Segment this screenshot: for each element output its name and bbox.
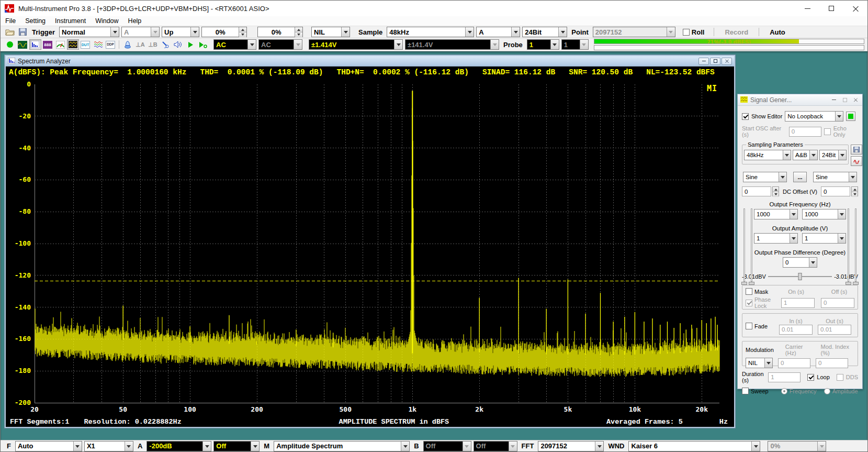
range-a-display-select[interactable]: -200dB: [146, 441, 211, 451]
bit-depth-select[interactable]: 24Bit: [522, 27, 567, 37]
sampling-rate-select[interactable]: 48kHz: [387, 27, 474, 37]
spectrum-plot[interactable]: 0-20-40-60-80-100-120-140-160-180-200205…: [6, 78, 734, 416]
maximize-button[interactable]: [819, 1, 843, 16]
minimize-button[interactable]: [830, 96, 838, 103]
amplitude-a-select[interactable]: 1: [754, 233, 798, 244]
more-waveforms-button[interactable]: ...: [793, 172, 807, 182]
frequency-axis-select[interactable]: Auto: [15, 441, 82, 451]
roll-checkbox[interactable]: Roll: [683, 28, 705, 36]
chevron-down-icon[interactable]: [394, 40, 402, 49]
derived-data-icon[interactable]: [92, 39, 104, 50]
menu-window[interactable]: Window: [91, 16, 123, 26]
sweep-checkbox[interactable]: [742, 388, 749, 394]
chevron-down-icon[interactable]: [809, 258, 817, 267]
chevron-down-icon[interactable]: [849, 172, 856, 182]
trigger-coupling-select[interactable]: NIL: [311, 27, 350, 37]
trigger-edge-select[interactable]: Up: [162, 27, 199, 37]
trigger-level-input[interactable]: 0%: [201, 27, 247, 37]
menu-setting[interactable]: Setting: [20, 16, 50, 26]
chevron-down-icon[interactable]: [838, 234, 846, 243]
chevron-down-icon[interactable]: [202, 442, 211, 451]
chevron-down-icon[interactable]: [558, 27, 567, 37]
chevron-down-icon[interactable]: [251, 442, 259, 451]
chevron-down-icon[interactable]: [125, 442, 133, 451]
chevron-down-icon[interactable]: [190, 27, 199, 37]
phase-slider[interactable]: [768, 273, 832, 280]
chevron-down-icon[interactable]: [595, 442, 603, 451]
open-file-icon[interactable]: [4, 27, 16, 37]
chevron-down-icon[interactable]: [790, 234, 797, 243]
chevron-down-icon[interactable]: [764, 358, 772, 368]
multimeter-icon[interactable]: 888: [42, 39, 54, 50]
modulation-type-select[interactable]: NIL: [746, 358, 773, 368]
maximize-button[interactable]: [841, 96, 849, 103]
output-on-button[interactable]: [846, 112, 855, 121]
fade-checkbox[interactable]: [746, 323, 752, 329]
reference-a-select[interactable]: Off: [213, 441, 260, 451]
spectrum-analyzer-icon[interactable]: [29, 39, 41, 50]
close-button[interactable]: [722, 58, 732, 65]
play-icon[interactable]: [185, 39, 197, 50]
calibration-icon[interactable]: [122, 39, 134, 50]
record-button[interactable]: Record: [716, 27, 757, 37]
trigger-delay-input[interactable]: 0%: [257, 27, 303, 37]
save-waveform-button[interactable]: [851, 145, 862, 155]
trigger-mode-select[interactable]: Normal: [59, 27, 119, 37]
chevron-down-icon[interactable]: [73, 442, 82, 451]
oscilloscope-icon[interactable]: [17, 39, 29, 50]
chevron-down-icon[interactable]: [401, 442, 409, 451]
menu-help[interactable]: Help: [123, 16, 146, 26]
chevron-down-icon[interactable]: [779, 172, 786, 182]
save-file-icon[interactable]: [17, 27, 29, 37]
amplitude-slider-b-coarse[interactable]: [855, 208, 856, 282]
signal-generator-titlebar[interactable]: Signal Gener...: [738, 94, 862, 106]
frequency-b-select[interactable]: 1000: [802, 209, 846, 219]
loopback-select[interactable]: No Loopback: [785, 111, 843, 122]
chevron-down-icon[interactable]: [247, 40, 256, 49]
chevron-down-icon[interactable]: [550, 40, 559, 49]
probe-pick-icon[interactable]: [160, 39, 172, 50]
ddp-viewer-icon[interactable]: DDP: [105, 39, 117, 50]
chevron-down-icon[interactable]: [790, 210, 797, 219]
menu-file[interactable]: File: [1, 16, 20, 26]
spinner-buttons[interactable]: [851, 186, 858, 196]
probe-a-select[interactable]: 1: [527, 39, 559, 50]
mask-checkbox[interactable]: [746, 288, 752, 295]
waveform-b-select[interactable]: Sine: [813, 172, 857, 182]
dc-offset-a-input[interactable]: 0: [742, 186, 771, 196]
zoom-select[interactable]: X1: [84, 441, 133, 451]
minimize-button[interactable]: [795, 1, 819, 16]
spectrum-titlebar[interactable]: Spectrum Analyzer: [6, 56, 734, 67]
siggen-channels-select[interactable]: A&B: [793, 150, 818, 160]
sampling-channel-select[interactable]: A: [476, 27, 520, 37]
amplitude-b-select[interactable]: 1: [802, 233, 846, 244]
chevron-down-icon[interactable]: [110, 27, 119, 37]
slider-thumb[interactable]: [798, 273, 802, 280]
minimize-button[interactable]: [698, 58, 709, 65]
window-function-select[interactable]: Kaiser 6: [628, 441, 760, 451]
spectrum-plot-area[interactable]: 0-20-40-60-80-100-120-140-160-180-200205…: [6, 78, 734, 416]
signal-generator-icon[interactable]: [67, 39, 79, 50]
chevron-down-icon[interactable]: [511, 27, 520, 37]
spinner-buttons[interactable]: [772, 186, 779, 196]
amplitude-slider-a-coarse[interactable]: [743, 208, 745, 282]
data-logger-icon[interactable]: [54, 39, 66, 50]
frequency-a-select[interactable]: 1000: [754, 209, 798, 219]
loop-checkbox[interactable]: [807, 374, 814, 381]
play-loop-icon[interactable]: [197, 39, 209, 50]
show-editor-checkbox[interactable]: [742, 113, 749, 120]
waveform-a-select[interactable]: Sine: [743, 172, 787, 182]
range-a-select[interactable]: ±1.414V: [309, 39, 403, 50]
spectrum-mode-select[interactable]: Amplitude Spectrum: [274, 441, 410, 451]
chevron-down-icon[interactable]: [838, 210, 846, 219]
trigger-source-select[interactable]: A: [121, 27, 160, 37]
close-button[interactable]: [843, 1, 867, 16]
siggen-bits-select[interactable]: 24Bit: [819, 150, 847, 160]
chevron-down-icon[interactable]: [783, 150, 791, 160]
chevron-down-icon[interactable]: [465, 27, 474, 37]
waveform-library-button[interactable]: [851, 156, 862, 166]
menu-instrument[interactable]: Instrument: [50, 16, 91, 26]
chevron-down-icon[interactable]: [838, 150, 846, 160]
maximize-button[interactable]: [710, 58, 720, 65]
chevron-down-icon[interactable]: [751, 442, 760, 451]
